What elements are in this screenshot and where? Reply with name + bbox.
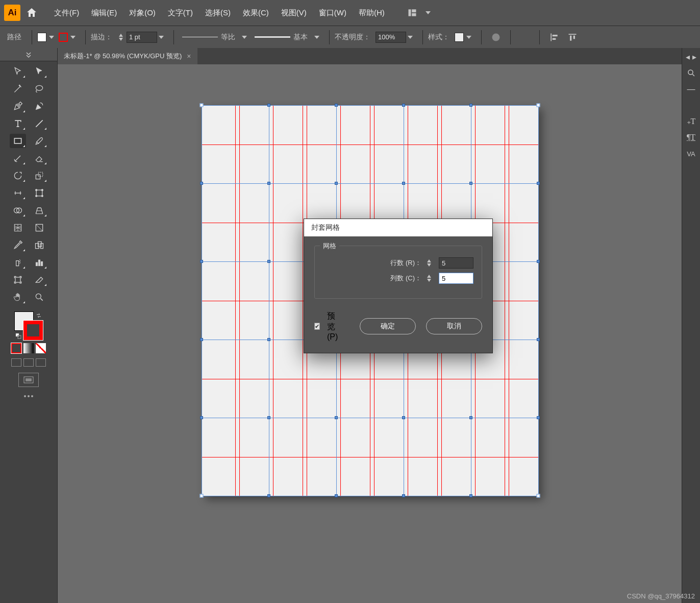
kerning-panel-icon[interactable]: VA (686, 148, 697, 159)
draw-behind[interactable] (23, 358, 34, 367)
slice-tool[interactable] (31, 273, 47, 287)
swap-fill-stroke-icon[interactable] (36, 312, 42, 319)
brush-dropdown[interactable] (313, 32, 321, 42)
perspective-tool[interactable] (31, 203, 47, 218)
menu-view[interactable]: 视图(V) (275, 0, 313, 26)
stroke-weight-dropdown[interactable] (157, 32, 165, 42)
mesh-anchor[interactable] (537, 260, 540, 263)
curvature-tool[interactable] (31, 99, 47, 113)
mesh-anchor[interactable] (402, 416, 405, 419)
mesh-anchor[interactable] (402, 182, 405, 185)
default-fill-stroke-icon[interactable] (15, 333, 21, 339)
paintbrush-tool[interactable] (31, 134, 47, 148)
rows-stepper[interactable] (426, 257, 433, 269)
mesh-anchor[interactable] (335, 416, 338, 419)
menu-edit[interactable]: 编辑(E) (85, 0, 123, 26)
draw-normal[interactable] (11, 358, 21, 367)
recolor-icon[interactable] (491, 32, 501, 42)
mesh-anchor[interactable] (267, 104, 270, 107)
rectangle-tool[interactable] (10, 134, 26, 148)
screen-mode[interactable] (18, 373, 39, 387)
stroke-indicator[interactable] (23, 321, 43, 340)
mesh-anchor[interactable] (537, 416, 540, 419)
magic-wand-tool[interactable] (10, 82, 26, 96)
mesh-anchor[interactable] (335, 494, 338, 497)
paragraph-panel-icon[interactable]: ¶T (686, 132, 697, 143)
draw-inside[interactable] (36, 358, 46, 367)
direct-selection-tool[interactable] (31, 64, 47, 79)
gradient-tool[interactable] (31, 221, 47, 235)
home-icon[interactable] (26, 7, 38, 19)
mesh-anchor[interactable] (469, 416, 472, 419)
column-graph-tool[interactable] (31, 255, 47, 270)
menu-file[interactable]: 文件(F) (48, 0, 85, 26)
edit-toolbar[interactable] (24, 395, 33, 397)
mesh-anchor[interactable] (335, 104, 338, 107)
pen-tool[interactable] (10, 99, 26, 113)
artboard-tool[interactable] (10, 273, 26, 287)
selection-tool[interactable] (10, 64, 26, 79)
mesh-anchor[interactable] (267, 338, 270, 341)
zoom-tool[interactable] (31, 290, 47, 304)
mesh-anchor[interactable] (200, 338, 203, 341)
lasso-tool[interactable] (31, 82, 47, 96)
opacity-input[interactable] (376, 32, 406, 43)
mesh-anchor[interactable] (335, 182, 338, 185)
arrange-icon[interactable] (407, 8, 417, 18)
tools-collapse[interactable] (0, 48, 57, 61)
color-mode-solid[interactable] (11, 343, 21, 353)
mesh-anchor[interactable] (536, 494, 540, 498)
stroke-dropdown[interactable] (69, 32, 77, 42)
type-tool[interactable] (10, 116, 26, 131)
stroke-swatch[interactable] (59, 33, 68, 42)
mesh-anchor[interactable] (402, 494, 405, 497)
mesh-anchor[interactable] (469, 104, 472, 107)
minus-icon[interactable]: — (686, 84, 697, 95)
arrange-dropdown-icon[interactable] (426, 8, 431, 18)
mesh-anchor[interactable] (267, 182, 270, 185)
preview-checkbox[interactable]: ✔ (314, 323, 320, 330)
mesh-anchor[interactable] (469, 182, 472, 185)
mesh-anchor[interactable] (537, 182, 540, 185)
ok-button[interactable]: 确定 (360, 318, 416, 334)
align-top-icon[interactable] (567, 32, 578, 42)
mesh-tool[interactable] (10, 221, 26, 235)
rows-input[interactable] (439, 257, 473, 269)
align-left-icon[interactable] (549, 32, 559, 42)
color-mode-none[interactable] (36, 343, 46, 353)
mesh-anchor[interactable] (267, 260, 270, 263)
mesh-anchor[interactable] (200, 260, 203, 263)
symbol-sprayer-tool[interactable] (10, 255, 26, 270)
mesh-anchor[interactable] (402, 104, 405, 107)
close-tab-icon[interactable]: × (187, 52, 191, 60)
cancel-button[interactable]: 取消 (426, 318, 482, 334)
style-swatch[interactable] (455, 33, 464, 42)
mesh-anchor[interactable] (199, 104, 203, 107)
cols-stepper[interactable] (426, 273, 433, 284)
mesh-anchor[interactable] (267, 416, 270, 419)
menu-effect[interactable]: 效果(C) (237, 0, 275, 26)
eraser-tool[interactable] (31, 151, 47, 165)
document-tab[interactable]: 未标题-1* @ 50.98% (CMYK/GPU 预览) × (58, 48, 197, 64)
cols-input[interactable] (439, 273, 473, 284)
mesh-anchor[interactable] (537, 338, 540, 341)
hand-tool[interactable] (10, 290, 26, 304)
mesh-anchor[interactable] (267, 494, 270, 497)
opacity-dropdown[interactable] (406, 32, 414, 42)
scale-tool[interactable] (31, 168, 47, 183)
menu-window[interactable]: 窗口(W) (313, 0, 353, 26)
mesh-anchor[interactable] (536, 104, 540, 107)
mesh-anchor[interactable] (200, 416, 203, 419)
transform-icon[interactable] (520, 32, 530, 42)
blend-tool[interactable] (31, 238, 47, 252)
eyedropper-tool[interactable] (10, 238, 26, 252)
stroke-stepper[interactable] (117, 32, 124, 43)
character-panel-icon[interactable]: ₊T (686, 115, 697, 127)
shape-builder-tool[interactable] (10, 203, 26, 218)
mesh-anchor[interactable] (469, 494, 472, 497)
panel-collapse-icon[interactable]: ◂ ▸ (686, 51, 697, 62)
menu-help[interactable]: 帮助(H) (353, 0, 391, 26)
width-tool[interactable] (10, 186, 26, 200)
profile-dropdown[interactable] (240, 32, 248, 42)
share-icon[interactable] (440, 8, 450, 18)
